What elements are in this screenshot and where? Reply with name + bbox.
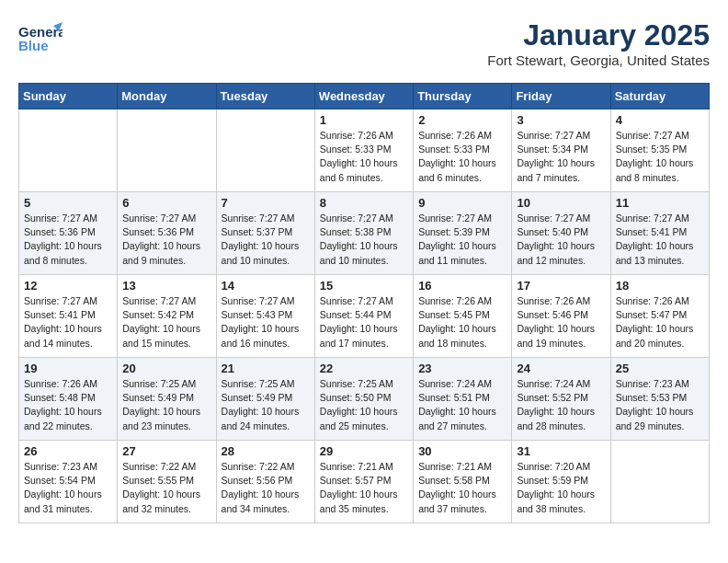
day-detail: Sunrise: 7:24 AMSunset: 5:52 PMDaylight:… bbox=[517, 377, 605, 433]
day-detail: Sunrise: 7:26 AMSunset: 5:33 PMDaylight:… bbox=[320, 129, 408, 185]
day-number: 4 bbox=[616, 113, 704, 127]
day-number: 23 bbox=[418, 362, 506, 375]
logo: General Blue bbox=[18, 18, 63, 55]
day-detail: Sunrise: 7:20 AMSunset: 5:59 PMDaylight:… bbox=[517, 460, 605, 516]
calendar-cell: 18Sunrise: 7:26 AMSunset: 5:47 PMDayligh… bbox=[610, 275, 709, 358]
header-saturday: Saturday bbox=[610, 84, 709, 109]
calendar-cell: 13Sunrise: 7:27 AMSunset: 5:42 PMDayligh… bbox=[118, 275, 216, 358]
calendar-cell: 10Sunrise: 7:27 AMSunset: 5:40 PMDayligh… bbox=[512, 192, 610, 275]
calendar-cell: 4Sunrise: 7:27 AMSunset: 5:35 PMDaylight… bbox=[610, 109, 709, 192]
day-detail: Sunrise: 7:27 AMSunset: 5:41 PMDaylight:… bbox=[24, 294, 112, 350]
day-detail: Sunrise: 7:23 AMSunset: 5:54 PMDaylight:… bbox=[24, 460, 112, 516]
day-number: 12 bbox=[24, 279, 112, 293]
day-number: 22 bbox=[320, 362, 408, 375]
day-detail: Sunrise: 7:26 AMSunset: 5:33 PMDaylight:… bbox=[418, 129, 506, 185]
day-detail: Sunrise: 7:27 AMSunset: 5:40 PMDaylight:… bbox=[517, 212, 605, 268]
day-detail: Sunrise: 7:27 AMSunset: 5:39 PMDaylight:… bbox=[418, 212, 506, 268]
day-detail: Sunrise: 7:27 AMSunset: 5:37 PMDaylight:… bbox=[222, 212, 310, 268]
page-header: General Blue January 2025 Fort Stewart, … bbox=[18, 18, 710, 68]
calendar-cell bbox=[19, 109, 118, 192]
day-number: 25 bbox=[616, 362, 704, 375]
day-number: 8 bbox=[320, 196, 408, 210]
day-number: 19 bbox=[24, 362, 112, 375]
day-detail: Sunrise: 7:27 AMSunset: 5:34 PMDaylight:… bbox=[517, 129, 605, 185]
calendar-cell: 23Sunrise: 7:24 AMSunset: 5:51 PMDayligh… bbox=[414, 358, 512, 441]
day-number: 5 bbox=[24, 196, 112, 210]
day-detail: Sunrise: 7:27 AMSunset: 5:38 PMDaylight:… bbox=[320, 212, 408, 268]
calendar-cell: 2Sunrise: 7:26 AMSunset: 5:33 PMDaylight… bbox=[414, 109, 512, 192]
day-number: 28 bbox=[222, 444, 310, 458]
calendar-cell: 30Sunrise: 7:21 AMSunset: 5:58 PMDayligh… bbox=[414, 441, 512, 523]
day-number: 1 bbox=[320, 113, 408, 127]
calendar-cell: 27Sunrise: 7:22 AMSunset: 5:55 PMDayligh… bbox=[118, 441, 216, 523]
day-number: 14 bbox=[222, 279, 310, 293]
calendar-cell bbox=[610, 441, 709, 523]
day-detail: Sunrise: 7:26 AMSunset: 5:45 PMDaylight:… bbox=[418, 294, 506, 350]
header-thursday: Thursday bbox=[414, 84, 512, 109]
header-monday: Monday bbox=[118, 84, 216, 109]
day-detail: Sunrise: 7:26 AMSunset: 5:47 PMDaylight:… bbox=[616, 294, 704, 350]
day-number: 18 bbox=[616, 279, 704, 293]
day-number: 10 bbox=[517, 196, 605, 210]
calendar-cell: 21Sunrise: 7:25 AMSunset: 5:49 PMDayligh… bbox=[216, 358, 314, 441]
day-number: 31 bbox=[517, 444, 605, 458]
calendar-cell bbox=[216, 109, 314, 192]
day-number: 7 bbox=[222, 196, 310, 210]
day-number: 15 bbox=[320, 279, 408, 293]
calendar-cell: 20Sunrise: 7:25 AMSunset: 5:49 PMDayligh… bbox=[118, 358, 216, 441]
location: Fort Stewart, Georgia, United States bbox=[487, 52, 710, 68]
calendar-cell: 7Sunrise: 7:27 AMSunset: 5:37 PMDaylight… bbox=[216, 192, 314, 275]
day-number: 24 bbox=[517, 362, 605, 375]
day-detail: Sunrise: 7:26 AMSunset: 5:48 PMDaylight:… bbox=[24, 377, 112, 433]
day-detail: Sunrise: 7:22 AMSunset: 5:55 PMDaylight:… bbox=[122, 460, 210, 516]
calendar-cell: 12Sunrise: 7:27 AMSunset: 5:41 PMDayligh… bbox=[19, 275, 118, 358]
day-number: 29 bbox=[320, 444, 408, 458]
day-detail: Sunrise: 7:27 AMSunset: 5:36 PMDaylight:… bbox=[24, 212, 112, 268]
day-detail: Sunrise: 7:26 AMSunset: 5:46 PMDaylight:… bbox=[517, 294, 605, 350]
day-detail: Sunrise: 7:21 AMSunset: 5:58 PMDaylight:… bbox=[418, 460, 506, 516]
day-number: 21 bbox=[222, 362, 310, 375]
day-number: 26 bbox=[24, 444, 112, 458]
day-detail: Sunrise: 7:24 AMSunset: 5:51 PMDaylight:… bbox=[418, 377, 506, 433]
svg-text:Blue: Blue bbox=[18, 38, 49, 53]
day-number: 20 bbox=[122, 362, 210, 375]
day-detail: Sunrise: 7:25 AMSunset: 5:49 PMDaylight:… bbox=[222, 377, 310, 433]
calendar-week-3: 12Sunrise: 7:27 AMSunset: 5:41 PMDayligh… bbox=[19, 275, 710, 358]
day-detail: Sunrise: 7:25 AMSunset: 5:50 PMDaylight:… bbox=[320, 377, 408, 433]
calendar-cell: 8Sunrise: 7:27 AMSunset: 5:38 PMDaylight… bbox=[314, 192, 413, 275]
day-number: 27 bbox=[122, 444, 210, 458]
calendar-cell: 22Sunrise: 7:25 AMSunset: 5:50 PMDayligh… bbox=[314, 358, 413, 441]
header-wednesday: Wednesday bbox=[314, 84, 413, 109]
calendar-cell: 15Sunrise: 7:27 AMSunset: 5:44 PMDayligh… bbox=[314, 275, 413, 358]
day-detail: Sunrise: 7:25 AMSunset: 5:49 PMDaylight:… bbox=[122, 377, 210, 433]
calendar-cell: 25Sunrise: 7:23 AMSunset: 5:53 PMDayligh… bbox=[610, 358, 709, 441]
day-number: 11 bbox=[616, 196, 704, 210]
day-number: 3 bbox=[517, 113, 605, 127]
day-number: 9 bbox=[418, 196, 506, 210]
day-detail: Sunrise: 7:27 AMSunset: 5:36 PMDaylight:… bbox=[122, 212, 210, 268]
header-friday: Friday bbox=[512, 84, 610, 109]
calendar: SundayMondayTuesdayWednesdayThursdayFrid… bbox=[18, 83, 710, 523]
calendar-cell bbox=[118, 109, 216, 192]
day-detail: Sunrise: 7:27 AMSunset: 5:41 PMDaylight:… bbox=[616, 212, 704, 268]
calendar-cell: 9Sunrise: 7:27 AMSunset: 5:39 PMDaylight… bbox=[414, 192, 512, 275]
calendar-cell: 1Sunrise: 7:26 AMSunset: 5:33 PMDaylight… bbox=[314, 109, 413, 192]
calendar-cell: 17Sunrise: 7:26 AMSunset: 5:46 PMDayligh… bbox=[512, 275, 610, 358]
calendar-header-row: SundayMondayTuesdayWednesdayThursdayFrid… bbox=[19, 84, 710, 109]
day-detail: Sunrise: 7:27 AMSunset: 5:42 PMDaylight:… bbox=[122, 294, 210, 350]
calendar-week-4: 19Sunrise: 7:26 AMSunset: 5:48 PMDayligh… bbox=[19, 358, 710, 441]
calendar-cell: 14Sunrise: 7:27 AMSunset: 5:43 PMDayligh… bbox=[216, 275, 314, 358]
calendar-cell: 29Sunrise: 7:21 AMSunset: 5:57 PMDayligh… bbox=[314, 441, 413, 523]
calendar-week-2: 5Sunrise: 7:27 AMSunset: 5:36 PMDaylight… bbox=[19, 192, 710, 275]
calendar-cell: 6Sunrise: 7:27 AMSunset: 5:36 PMDaylight… bbox=[118, 192, 216, 275]
header-tuesday: Tuesday bbox=[216, 84, 314, 109]
day-detail: Sunrise: 7:22 AMSunset: 5:56 PMDaylight:… bbox=[222, 460, 310, 516]
day-number: 16 bbox=[418, 279, 506, 293]
day-detail: Sunrise: 7:27 AMSunset: 5:44 PMDaylight:… bbox=[320, 294, 408, 350]
calendar-cell: 28Sunrise: 7:22 AMSunset: 5:56 PMDayligh… bbox=[216, 441, 314, 523]
calendar-cell: 26Sunrise: 7:23 AMSunset: 5:54 PMDayligh… bbox=[19, 441, 118, 523]
day-detail: Sunrise: 7:23 AMSunset: 5:53 PMDaylight:… bbox=[616, 377, 704, 433]
calendar-cell: 24Sunrise: 7:24 AMSunset: 5:52 PMDayligh… bbox=[512, 358, 610, 441]
calendar-cell: 19Sunrise: 7:26 AMSunset: 5:48 PMDayligh… bbox=[19, 358, 118, 441]
calendar-week-1: 1Sunrise: 7:26 AMSunset: 5:33 PMDaylight… bbox=[19, 109, 710, 192]
